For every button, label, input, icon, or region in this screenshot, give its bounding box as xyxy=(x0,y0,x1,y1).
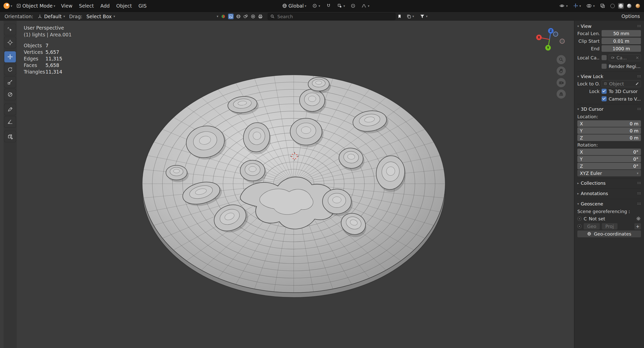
add-crs-button[interactable]: + xyxy=(634,223,641,229)
pivot-point-dropdown[interactable]: ▾ xyxy=(311,3,321,9)
cursor-rotation-z[interactable]: Z 0° xyxy=(577,163,641,169)
gear-icon[interactable] xyxy=(636,216,641,221)
panel-grip-icon[interactable] xyxy=(637,182,641,184)
clip-start-field[interactable]: 0.01 m xyxy=(602,38,641,44)
options-button[interactable]: Options xyxy=(622,13,640,19)
chevron-down-icon: ▾ xyxy=(11,4,12,8)
cursor-rotation-y[interactable]: Y 0° xyxy=(577,156,641,162)
proj-radio[interactable] xyxy=(577,224,582,228)
rotation-mode-dropdown[interactable]: XYZ Euler ▾ xyxy=(577,170,641,176)
section-view-lock: ▾ View Lock Lock to O... Object xyxy=(577,72,641,102)
tool-rotate[interactable] xyxy=(4,64,16,75)
shading-material-button[interactable] xyxy=(626,3,632,9)
lock-to-3d-cursor-checkbox[interactable] xyxy=(602,89,607,94)
filter-dropdown[interactable]: ▾ xyxy=(418,13,429,19)
menu-add[interactable]: Add xyxy=(97,3,113,9)
section-annotations-header[interactable]: ▸ Annotations xyxy=(577,190,641,197)
navigation-gizmo[interactable]: Z X Y xyxy=(533,23,566,56)
search-box[interactable] xyxy=(268,13,395,20)
panel-grip-icon[interactable] xyxy=(637,75,641,78)
axis-neg-y-ball[interactable] xyxy=(553,32,558,36)
proportional-falloff-dropdown[interactable]: ▾ xyxy=(360,3,370,9)
section-3d-cursor-header[interactable]: ▾ 3D Cursor xyxy=(577,105,641,113)
panel-grip-icon[interactable] xyxy=(637,108,641,110)
camera-object-field[interactable]: Ca... xyxy=(609,54,641,61)
focal-length-field[interactable]: 50 mm xyxy=(602,30,641,37)
tool-add-cube[interactable] xyxy=(4,131,16,142)
camera-to-view-checkbox[interactable] xyxy=(602,96,607,101)
section-title: 3D Cursor xyxy=(581,106,604,112)
render-region-checkbox[interactable] xyxy=(602,64,607,69)
metaball-icon[interactable] xyxy=(243,14,248,19)
panel-grip-icon[interactable] xyxy=(637,202,641,205)
cursor-location-x[interactable]: X 0 m xyxy=(577,120,641,127)
tool-cursor[interactable] xyxy=(4,37,16,48)
panel-grip-icon[interactable] xyxy=(637,192,641,195)
pan-button[interactable] xyxy=(557,66,566,76)
sphere-icon[interactable] xyxy=(236,14,241,19)
show-object-types-dropdown[interactable]: ▾ xyxy=(558,3,569,9)
shading-solid-button[interactable] xyxy=(618,3,624,9)
orientation-default-dropdown[interactable]: Default ▾ xyxy=(36,13,67,20)
gizmos-dropdown[interactable]: ▾ xyxy=(572,3,582,9)
printer-icon[interactable] xyxy=(258,14,263,19)
snap-toggle[interactable] xyxy=(325,3,332,9)
snap-settings-dropdown[interactable]: ▾ xyxy=(336,3,346,9)
menu-gis[interactable]: GIS xyxy=(135,3,150,9)
camera-view-button[interactable] xyxy=(557,78,566,87)
transform-orientation-dropdown[interactable]: Global ▾ xyxy=(281,3,307,9)
cursor-location-y[interactable]: Y 0 m xyxy=(577,127,641,134)
search-input[interactable] xyxy=(277,14,393,19)
clip-end-field[interactable]: 1000 m xyxy=(602,45,641,52)
bookmark-icon[interactable] xyxy=(397,14,402,19)
tool-measure[interactable] xyxy=(4,116,16,128)
pivot-point-icon xyxy=(312,3,317,9)
stat-label: Objects xyxy=(24,42,45,49)
menu-view[interactable]: View xyxy=(58,3,76,9)
clear-x-icon[interactable] xyxy=(636,56,639,59)
shading-wireframe-button[interactable] xyxy=(609,3,616,9)
chevron-down-icon: ▾ xyxy=(54,4,55,8)
eyedropper-icon[interactable] xyxy=(635,82,639,86)
overlays-dropdown[interactable]: ▾ xyxy=(585,3,596,9)
tool-transform[interactable] xyxy=(4,89,16,100)
mode-dropdown[interactable]: Object Mode ▾ xyxy=(15,3,56,9)
chevron-right-icon: ▸ xyxy=(577,192,579,195)
lock-object-field[interactable]: Object xyxy=(602,80,641,87)
menu-select[interactable]: Select xyxy=(76,3,97,9)
collapse-chevron-icon[interactable]: ▾ xyxy=(217,15,218,18)
xray-toggle[interactable] xyxy=(599,3,606,9)
cursor-location-z[interactable]: Z 0 m xyxy=(577,134,641,141)
cursor-rotation-x[interactable]: X 0° xyxy=(577,149,641,155)
viewport-overlay-text: User Perspective (1) lights | Area.001 O… xyxy=(24,25,71,75)
geo-button[interactable]: Geo xyxy=(584,223,600,229)
orthographic-toggle-button[interactable] xyxy=(557,89,566,99)
torus-icon[interactable] xyxy=(251,14,256,19)
axis-neg-x-ball[interactable] xyxy=(560,39,564,43)
section-view-header[interactable]: ▾ View xyxy=(577,22,641,30)
shading-rendered-button[interactable] xyxy=(635,3,641,9)
material-sphere-icon xyxy=(627,4,631,8)
tool-scale[interactable] xyxy=(4,76,16,88)
tool-move[interactable] xyxy=(4,51,16,63)
drag-mode-dropdown[interactable]: Select Box ▾ xyxy=(85,13,117,20)
local-camera-checkbox[interactable] xyxy=(602,55,607,60)
geo-coordinates-button[interactable]: Geo-coordinates xyxy=(577,230,641,237)
tool-select-box[interactable] xyxy=(4,24,16,35)
crs-radio[interactable] xyxy=(577,217,582,221)
proj-button[interactable]: Proj xyxy=(602,223,617,229)
menu-object[interactable]: Object xyxy=(113,3,135,9)
section-geoscene-header[interactable]: ▾ Geoscene xyxy=(577,200,641,207)
material-ball-icon[interactable] xyxy=(221,14,226,19)
axis-value: 0° xyxy=(633,156,638,162)
zoom-button[interactable] xyxy=(557,55,566,64)
viewport-3d[interactable]: User Perspective (1) lights | Area.001 O… xyxy=(0,20,574,348)
copy-settings-dropdown[interactable]: ▾ xyxy=(405,13,415,19)
section-collections-header[interactable]: ▸ Collections xyxy=(577,179,641,187)
proportional-editing-toggle[interactable] xyxy=(350,3,357,9)
section-view-lock-header[interactable]: ▾ View Lock xyxy=(577,73,641,80)
panel-grip-icon[interactable] xyxy=(637,25,641,27)
editor-type-selector[interactable]: ▾ xyxy=(3,2,13,9)
tool-annotate[interactable] xyxy=(4,104,16,115)
basemap-image-button[interactable] xyxy=(228,14,234,19)
